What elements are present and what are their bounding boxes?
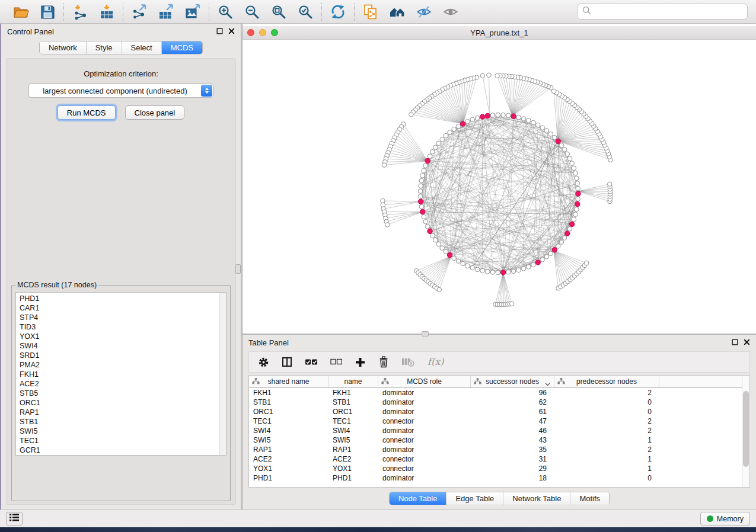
import-network-icon[interactable] [72,4,88,20]
run-mcds-button[interactable]: Run MCDS [58,105,116,120]
mcds-result-item[interactable]: CAR1 [20,303,219,313]
window-minimize-button[interactable] [259,29,266,36]
splitter-handle[interactable] [235,264,241,274]
close-panel-button[interactable]: Close panel [125,105,185,120]
table-row[interactable]: PHD1PHD1dominator180 [249,473,749,483]
save-icon[interactable] [39,4,56,20]
close-panel-icon[interactable] [228,27,235,36]
cell-predecessor-nodes: 0 [554,408,659,416]
open-icon[interactable] [12,4,29,20]
mcds-result-item[interactable]: STP4 [20,313,219,322]
scrollbar-thumb[interactable] [743,391,749,467]
mcds-result-item[interactable]: SRD1 [20,351,219,360]
main-content: Control Panel NetworkStyleSelectMCDS Opt… [0,24,756,509]
search-box[interactable] [577,4,748,20]
network-graph[interactable] [243,40,756,334]
table-row[interactable]: ACE2ACE2connector311 [249,454,749,464]
table-row[interactable]: FKH1FKH1dominator962 [249,388,749,398]
zoom-in-icon[interactable] [217,4,234,20]
cell-successor-nodes: 96 [471,389,554,397]
mcds-result-item[interactable]: GCR1 [20,446,219,455]
table-row[interactable]: SWI4SWI4dominator462 [249,426,749,435]
mcds-result-item[interactable]: STB5 [20,389,219,398]
window-zoom-button[interactable] [271,29,278,36]
refresh-icon[interactable] [330,4,346,20]
column-header-shared-name[interactable]: shared name [249,376,328,387]
cell-MCDS-role: connector [378,436,471,444]
delete-table-disabled-icon [401,357,414,367]
table-toolbar: f(x) [248,351,750,373]
close-panel-icon[interactable] [744,338,750,347]
tab-style[interactable]: Style [86,41,122,54]
split-view-icon[interactable] [282,357,292,367]
hide-selected-icon[interactable] [416,4,432,20]
cell-name: TEC1 [328,417,378,425]
search-input[interactable] [595,7,742,17]
cell-predecessor-nodes: 0 [554,398,659,406]
mcds-result-item[interactable]: TEC1 [20,436,219,446]
optimization-criterion-select[interactable]: largest connected component (undirected) [28,84,213,98]
window-close-button[interactable] [247,29,254,36]
deselect-all-icon[interactable] [330,358,342,366]
column-header-name[interactable]: name [328,376,378,387]
mcds-result-item[interactable]: RAP1 [20,408,219,417]
column-header-predecessor-nodes[interactable]: predecessor nodes [554,376,659,387]
zoom-selected-icon[interactable] [297,4,314,20]
mcds-result-item[interactable]: ACE2 [20,379,219,389]
memory-button[interactable]: Memory [700,512,750,525]
column-label: shared name [267,377,309,386]
tab-select[interactable]: Select [122,41,161,54]
mcds-result-item[interactable]: ORC1 [20,398,219,408]
export-table-icon[interactable] [158,4,174,20]
mcds-result-item[interactable]: TID3 [20,322,219,332]
cell-name: SWI4 [328,427,378,435]
tab-edge-table[interactable]: Edge Table [446,492,503,505]
header-filler [659,376,749,387]
select-all-icon[interactable] [305,358,318,366]
sitemap-icon [557,378,565,386]
mcds-result-item[interactable]: FKH1 [20,370,219,379]
tab-network[interactable]: Network [40,41,86,54]
settings-icon[interactable] [258,357,269,368]
cell-shared-name: SWI4 [249,427,328,435]
zoom-out-icon[interactable] [244,4,260,20]
mcds-result-item[interactable]: YOX1 [20,332,219,341]
show-all-icon[interactable] [442,4,459,20]
mcds-result-item[interactable]: SWI4 [20,341,219,351]
export-image-icon[interactable] [184,4,201,20]
delete-column-icon[interactable] [378,356,389,368]
table-row[interactable]: SWI5SWI5connector431 [249,435,749,445]
first-neighbors-icon[interactable] [389,4,406,20]
float-panel-icon[interactable] [216,27,223,36]
column-header-MCDS-role[interactable]: MCDS role [378,376,471,387]
table-row[interactable]: TEC1TEC1connector472 [249,416,749,426]
new-network-from-selection-icon[interactable] [362,4,379,20]
panel-splitter-horizontal[interactable] [243,334,756,335]
table-type-tabs: Node TableEdge TableNetwork TableMotifs [243,492,756,505]
table-row[interactable]: ORC1ORC1dominator610 [249,407,749,416]
column-header-successor-nodes[interactable]: successor nodes [471,376,554,387]
add-column-icon[interactable] [355,357,366,368]
mcds-result-item[interactable]: STB1 [20,417,219,427]
table-row[interactable]: YOX1YOX1connector291 [249,464,749,473]
splitter-handle[interactable] [422,331,429,336]
cytoscape-window: Control Panel NetworkStyleSelectMCDS Opt… [0,0,756,532]
mcds-result-item[interactable]: SWI5 [20,427,219,436]
table-scrollbar[interactable] [742,376,749,487]
import-table-icon[interactable] [98,4,115,20]
tab-mcds[interactable]: MCDS [161,41,202,54]
mcds-result-item[interactable]: PMA2 [20,360,219,370]
task-history-button[interactable] [6,512,23,525]
mcds-result-item[interactable]: PHD1 [20,294,219,303]
tab-motifs[interactable]: Motifs [570,492,609,505]
tab-node-table[interactable]: Node Table [390,492,446,505]
mcds-result-scrollbar[interactable] [219,293,226,455]
tab-network-table[interactable]: Network Table [503,492,570,505]
table-row[interactable]: RAP1RAP1dominator352 [249,445,749,454]
float-panel-icon[interactable] [732,338,738,347]
cell-successor-nodes: 18 [471,474,554,482]
table-row[interactable]: STB1STB1dominator620 [249,398,749,407]
zoom-fit-icon[interactable] [270,4,287,20]
export-network-icon[interactable] [131,4,148,20]
column-label: MCDS role [407,377,442,386]
